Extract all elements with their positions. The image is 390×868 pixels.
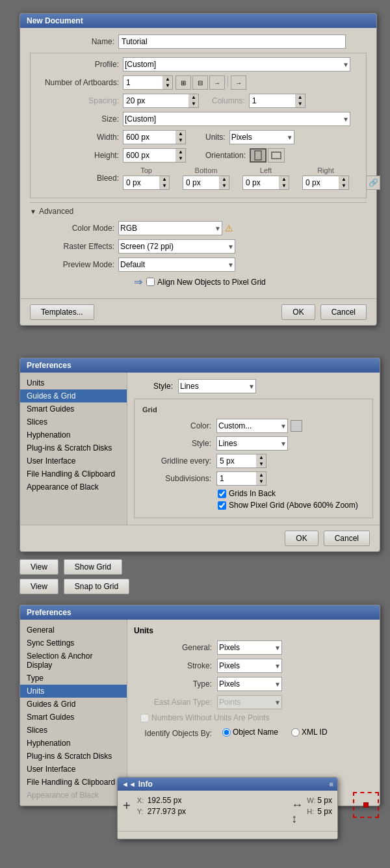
show-pixel-grid-checkbox[interactable] xyxy=(218,501,226,510)
bleed-bottom-spin-up[interactable]: ▲ xyxy=(220,176,229,183)
bleed-top-spin-down[interactable]: ▼ xyxy=(160,183,169,189)
sidebar-item-file-handling[interactable]: File Handling & Clipboard xyxy=(20,467,127,480)
stroke-units-select[interactable]: Pixels xyxy=(217,659,282,673)
sidebar-item-guides-grid[interactable]: Guides & Grid xyxy=(20,389,127,402)
grids-in-back-checkbox[interactable] xyxy=(218,490,226,498)
height-spin-down[interactable]: ▼ xyxy=(176,155,185,162)
sidebar-item-ui2[interactable]: User Interface xyxy=(20,763,127,776)
subdivisions-spinner[interactable]: ▲ ▼ xyxy=(216,471,266,486)
sidebar-item-plugins2[interactable]: Plug-ins & Scratch Disks xyxy=(20,750,127,763)
general-units-select[interactable]: Pixels xyxy=(217,640,282,655)
gridline-input[interactable] xyxy=(217,456,256,466)
artboard-right-arrow[interactable]: → xyxy=(209,75,225,90)
color-mode-select[interactable]: RGB CMYK xyxy=(118,221,222,235)
align-checkbox-label[interactable]: Align New Objects to Pixel Grid xyxy=(146,278,266,287)
sidebar-item-units[interactable]: Units xyxy=(20,376,127,389)
bleed-right-input[interactable] xyxy=(303,178,339,187)
sidebar-item-appearance-black2[interactable]: Appearance of Black xyxy=(20,789,127,802)
artboards-spinner[interactable]: ▲ ▼ xyxy=(123,75,173,90)
snap-to-grid-btn[interactable]: Snap to Grid xyxy=(64,579,129,594)
show-grid-btn[interactable]: Show Grid xyxy=(64,559,122,575)
gridline-spin-up[interactable]: ▲ xyxy=(257,454,266,461)
bleed-left-spin-down[interactable]: ▼ xyxy=(280,183,289,189)
width-input[interactable] xyxy=(124,133,176,142)
align-checkbox[interactable] xyxy=(146,278,155,286)
bleed-right-spin-up[interactable]: ▲ xyxy=(339,176,348,183)
sidebar-item-ui[interactable]: User Interface xyxy=(20,454,127,467)
columns-input[interactable] xyxy=(250,96,295,105)
new-doc-ok-btn[interactable]: OK xyxy=(281,304,315,320)
bleed-left-input[interactable] xyxy=(243,178,279,187)
width-spin-up[interactable]: ▲ xyxy=(176,131,185,137)
sidebar-item-type[interactable]: Type xyxy=(20,672,127,685)
bleed-bottom-spin-down[interactable]: ▼ xyxy=(220,183,229,189)
sidebar-item-guides-grid2[interactable]: Guides & Grid xyxy=(20,698,127,711)
sidebar-item-slices2[interactable]: Slices xyxy=(20,724,127,737)
bleed-right-spin-down[interactable]: ▼ xyxy=(339,183,348,189)
profile-select[interactable]: [Custom] xyxy=(123,57,350,72)
gridline-spinner[interactable]: ▲ ▼ xyxy=(216,454,266,468)
artboards-spin-down[interactable]: ▼ xyxy=(163,83,172,89)
sidebar-item-hyphenation[interactable]: Hyphenation xyxy=(20,428,127,441)
height-spinner[interactable]: ▲ ▼ xyxy=(123,148,186,163)
bleed-link-btn[interactable]: 🔗 xyxy=(366,176,380,190)
view-btn-1[interactable]: View xyxy=(20,559,58,575)
sidebar-item-units-active[interactable]: Units xyxy=(20,685,127,698)
sidebar-item-hyphenation2[interactable]: Hyphenation xyxy=(20,737,127,750)
bleed-top-spin-up[interactable]: ▲ xyxy=(160,176,169,183)
name-input[interactable] xyxy=(118,34,346,49)
sidebar-item-appearance-black[interactable]: Appearance of Black xyxy=(20,480,127,493)
portrait-orientation-btn[interactable] xyxy=(250,148,266,163)
sidebar-item-slices[interactable]: Slices xyxy=(20,415,127,428)
preview-mode-select[interactable]: Default xyxy=(118,257,235,272)
info-collapse-icon[interactable]: ◄◄ xyxy=(122,780,136,788)
raster-effects-select[interactable]: Screen (72 ppi) xyxy=(118,239,235,254)
view-btn-2[interactable]: View xyxy=(20,579,58,594)
subdivisions-spin-up[interactable]: ▲ xyxy=(257,472,266,479)
gridline-spin-down[interactable]: ▼ xyxy=(257,461,266,467)
artboard-arrange-icon[interactable]: → xyxy=(231,75,246,90)
sidebar-item-smart-guides[interactable]: Smart Guides xyxy=(20,402,127,415)
bleed-top-spinner[interactable]: ▲ ▼ xyxy=(123,176,170,190)
units-select[interactable]: Pixels xyxy=(229,130,294,144)
grid-color-swatch[interactable] xyxy=(291,420,302,432)
bleed-bottom-spinner[interactable]: ▲ ▼ xyxy=(183,176,229,190)
landscape-orientation-btn[interactable] xyxy=(268,148,285,163)
sidebar-item-selection[interactable]: Selection & Anchor Display xyxy=(20,650,127,672)
sidebar-item-sync[interactable]: Sync Settings xyxy=(20,637,127,650)
subdivisions-spin-down[interactable]: ▼ xyxy=(257,479,266,485)
bleed-top-input[interactable] xyxy=(124,178,159,187)
artboard-row-icon[interactable]: ⊟ xyxy=(192,75,208,90)
artboards-input[interactable] xyxy=(124,78,162,87)
bleed-right-spinner[interactable]: ▲ ▼ xyxy=(302,176,349,190)
templates-btn[interactable]: Templates... xyxy=(30,304,94,320)
sidebar-item-file-handling2[interactable]: File Handling & Clipboard xyxy=(20,776,127,789)
pref-top-cancel-btn[interactable]: Cancel xyxy=(324,531,370,546)
columns-spin-up[interactable]: ▲ xyxy=(296,94,305,101)
size-select[interactable]: [Custom] xyxy=(123,112,350,126)
xml-id-radio[interactable] xyxy=(291,728,300,737)
pref-top-ok-btn[interactable]: OK xyxy=(285,531,318,546)
guides-style-select[interactable]: Lines xyxy=(178,379,256,393)
spacing-spinner[interactable]: ▲ ▼ xyxy=(123,94,199,108)
width-spinner[interactable]: ▲ ▼ xyxy=(123,130,186,144)
sidebar-item-plugins[interactable]: Plug-ins & Scratch Disks xyxy=(20,441,127,454)
bleed-bottom-input[interactable] xyxy=(183,178,219,187)
sidebar-item-general[interactable]: General xyxy=(20,624,127,637)
object-name-radio[interactable] xyxy=(222,728,231,737)
info-menu-icon[interactable]: ≡ xyxy=(330,780,333,788)
xml-id-radio-label[interactable]: XML ID xyxy=(291,728,328,737)
type-units-select[interactable]: Pixels xyxy=(217,677,282,691)
spacing-spin-down[interactable]: ▼ xyxy=(189,101,198,107)
bleed-left-spin-up[interactable]: ▲ xyxy=(280,176,289,183)
spacing-spin-up[interactable]: ▲ xyxy=(189,94,198,101)
height-input[interactable] xyxy=(124,151,176,160)
artboard-grid-icon[interactable]: ⊞ xyxy=(176,75,191,90)
grid-style-select[interactable]: Lines xyxy=(216,436,288,451)
width-spin-down[interactable]: ▼ xyxy=(176,137,185,144)
sidebar-item-smart-guides2[interactable]: Smart Guides xyxy=(20,711,127,724)
subdivisions-input[interactable] xyxy=(217,474,256,483)
columns-spin-down[interactable]: ▼ xyxy=(296,101,305,107)
grid-color-select[interactable]: Custom... xyxy=(216,419,288,433)
bleed-left-spinner[interactable]: ▲ ▼ xyxy=(242,176,289,190)
